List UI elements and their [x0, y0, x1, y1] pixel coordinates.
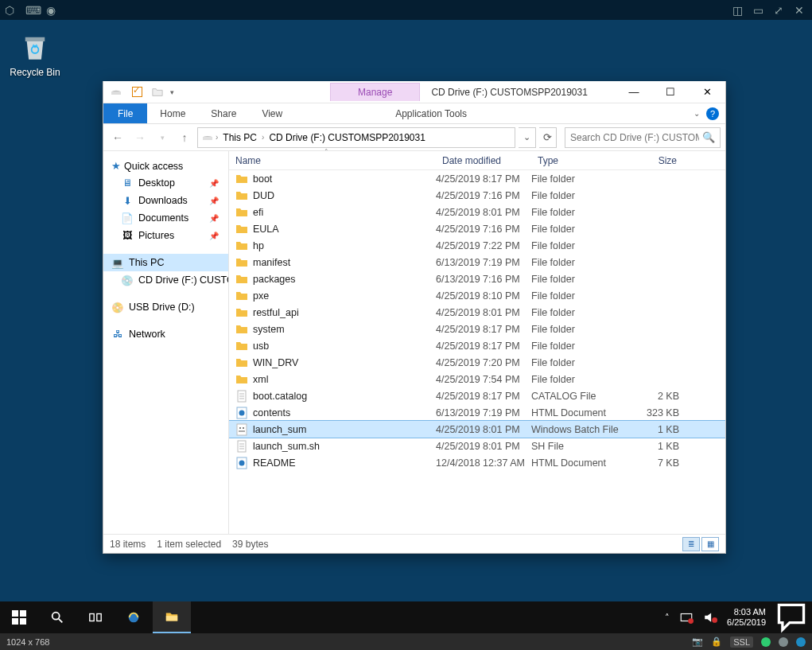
taskbar-file-explorer[interactable]: [153, 601, 191, 633]
nav-this-pc[interactable]: 💻This PC: [103, 254, 228, 271]
window-minimize[interactable]: —: [616, 81, 652, 103]
view-details-button[interactable]: ≣: [682, 537, 700, 551]
start-button[interactable]: [0, 601, 38, 633]
nav-cd-drive-label: CD Drive (F:) CUSTOM: [138, 274, 229, 286]
window-close[interactable]: ✕: [689, 81, 725, 103]
folder-icon: [235, 273, 248, 286]
file-row[interactable]: system4/25/2019 8:17 PMFile folder: [229, 321, 725, 337]
tray-network-icon[interactable]: [679, 610, 694, 625]
tab-home[interactable]: Home: [147, 103, 198, 123]
html-icon: [235, 457, 248, 469]
nav-network[interactable]: 🖧Network: [103, 325, 228, 343]
file-row[interactable]: launch_sum.sh4/25/2019 8:01 PMSH File1 K…: [229, 438, 725, 454]
breadcrumb-this-pc[interactable]: This PC: [220, 132, 260, 143]
tab-application-tools[interactable]: Application Tools: [383, 103, 480, 123]
file-name: WIN_DRV: [253, 357, 298, 368]
taskbar-search[interactable]: [38, 601, 76, 633]
column-type[interactable]: Type: [531, 155, 628, 166]
search-box[interactable]: 🔍: [565, 127, 721, 148]
nav-pictures[interactable]: 🖼Pictures📌: [103, 227, 228, 244]
titlebar[interactable]: ▾ Manage CD Drive (F:) CUSTOMSPP2019031 …: [103, 81, 725, 103]
window-title: CD Drive (F:) CUSTOMSPP2019031: [431, 87, 588, 98]
nav-quick-access[interactable]: ★Quick access: [103, 158, 228, 174]
nav-recent-dropdown[interactable]: ▾: [153, 128, 172, 147]
nav-forward[interactable]: →: [130, 128, 150, 147]
cd-drive-icon: 💿: [121, 274, 134, 286]
file-row[interactable]: boot.catalog4/25/2019 8:17 PMCATALOG Fil…: [229, 387, 725, 404]
keyboard-icon[interactable]: ⌨: [25, 4, 38, 17]
fullscreen-icon[interactable]: ⤢: [774, 4, 787, 17]
view-large-icons-button[interactable]: ▦: [701, 537, 719, 551]
tab-file[interactable]: File: [103, 103, 147, 123]
help-icon[interactable]: ?: [706, 107, 719, 120]
svg-rect-21: [97, 614, 101, 621]
tray-overflow-icon[interactable]: ˄: [665, 613, 670, 623]
file-name: contents: [253, 407, 290, 418]
file-row[interactable]: usb4/25/2019 8:17 PMFile folder: [229, 337, 725, 354]
layout-tile-icon[interactable]: ◫: [732, 4, 745, 17]
file-row[interactable]: hp4/25/2019 7:22 PMFile folder: [229, 237, 725, 254]
file-row[interactable]: xml4/25/2019 7:54 PMFile folder: [229, 371, 725, 387]
nav-quick-access-label: Quick access: [124, 161, 183, 172]
folder-icon: [235, 340, 248, 352]
file-row[interactable]: WIN_DRV4/25/2019 7:20 PMFile folder: [229, 354, 725, 371]
qat-properties-check[interactable]: [129, 84, 145, 100]
nav-documents[interactable]: 📄Documents📌: [103, 209, 228, 227]
camera-icon[interactable]: 📷: [692, 636, 703, 647]
file-row[interactable]: restful_api4/25/2019 8:01 PMFile folder: [229, 304, 725, 321]
file-row[interactable]: README12/4/2018 12:37 AMHTML Document7 K…: [229, 454, 725, 471]
file-row[interactable]: pxe4/25/2019 8:10 PMFile folder: [229, 287, 725, 304]
hex-icon[interactable]: ⬡: [5, 4, 17, 17]
nav-desktop[interactable]: 🖥Desktop📌: [103, 174, 228, 192]
nav-downloads[interactable]: ⬇Downloads📌: [103, 192, 228, 209]
file-type: File folder: [531, 274, 628, 285]
nav-up[interactable]: ↑: [175, 128, 194, 147]
file-row[interactable]: EULA4/25/2019 7:16 PMFile folder: [229, 220, 725, 237]
search-input[interactable]: [570, 132, 699, 143]
tab-view[interactable]: View: [249, 103, 295, 123]
file-row[interactable]: efi4/25/2019 8:01 PMFile folder: [229, 204, 725, 220]
lock-icon[interactable]: 🔒: [711, 636, 722, 647]
breadcrumb-sep[interactable]: ›: [262, 133, 264, 142]
file-row[interactable]: DUD4/25/2019 7:16 PMFile folder: [229, 187, 725, 204]
tab-share[interactable]: Share: [198, 103, 249, 123]
file-row[interactable]: contents6/13/2019 7:19 PMHTML Document32…: [229, 404, 725, 421]
action-center-button[interactable]: [775, 601, 807, 633]
nav-cd-drive[interactable]: 💿CD Drive (F:) CUSTOM: [103, 271, 228, 289]
drive-icon[interactable]: [108, 84, 124, 100]
taskbar-clock[interactable]: 8:03 AM 6/25/2019: [727, 607, 766, 627]
window-icon[interactable]: ▭: [753, 4, 766, 17]
tray-volume-icon[interactable]: [703, 610, 717, 625]
file-row[interactable]: manifest6/13/2019 7:19 PMFile folder: [229, 254, 725, 271]
column-headers[interactable]: ˄ Name Date modified Type Size: [229, 151, 725, 170]
file-size: 2 KB: [628, 391, 684, 402]
disc-icon[interactable]: ◉: [46, 4, 59, 17]
file-row[interactable]: packages6/13/2019 7:16 PMFile folder: [229, 271, 725, 287]
file-row[interactable]: boot4/25/2019 8:17 PMFile folder: [229, 170, 725, 187]
qat-dropdown-icon[interactable]: ▾: [170, 88, 174, 96]
taskbar: ˄ 8:03 AM 6/25/2019: [0, 601, 812, 633]
column-name[interactable]: Name: [229, 155, 436, 166]
breadcrumb-drive[interactable]: CD Drive (F:) CUSTOMSPP2019031: [266, 132, 429, 143]
window-maximize[interactable]: ☐: [652, 81, 689, 103]
column-date[interactable]: Date modified: [436, 155, 531, 166]
address-dropdown[interactable]: ⌄: [519, 127, 536, 148]
column-size[interactable]: Size: [628, 155, 684, 166]
taskbar-ie[interactable]: [115, 601, 153, 633]
file-date: 4/25/2019 8:01 PM: [436, 307, 531, 318]
ssl-label: SSL: [730, 636, 753, 648]
nav-usb-drive[interactable]: 📀USB Drive (D:): [103, 298, 228, 316]
remote-close-icon[interactable]: ✕: [795, 4, 807, 17]
nav-back[interactable]: ←: [108, 128, 127, 147]
ribbon-expand-icon[interactable]: ⌄: [694, 109, 700, 118]
search-icon[interactable]: 🔍: [702, 131, 715, 143]
breadcrumb[interactable]: › This PC › CD Drive (F:) CUSTOMSPP20190…: [197, 127, 515, 148]
ribbon: File Home Share View Application Tools ⌄…: [103, 103, 725, 124]
refresh-button[interactable]: ⟳: [539, 127, 557, 148]
qat-new-folder[interactable]: [150, 84, 165, 100]
task-view-button[interactable]: [76, 601, 115, 633]
desktop-recycle-bin[interactable]: Recycle Bin: [10, 30, 60, 78]
ribbon-context-manage[interactable]: Manage: [330, 83, 420, 101]
file-row[interactable]: launch_sum4/25/2019 8:01 PMWindows Batch…: [229, 421, 725, 438]
breadcrumb-sep[interactable]: ›: [216, 133, 218, 142]
